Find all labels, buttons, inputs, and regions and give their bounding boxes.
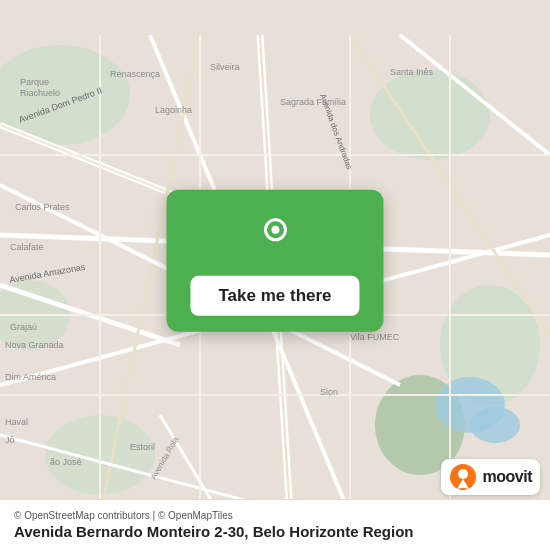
location-label: Avenida Bernardo Monteiro 2-30, Belo Hor… — [14, 523, 536, 540]
svg-text:Dim América: Dim América — [5, 372, 56, 382]
svg-text:Carlos Prates: Carlos Prates — [15, 202, 70, 212]
svg-text:Estoril: Estoril — [130, 442, 155, 452]
svg-text:Lagoinha: Lagoinha — [155, 105, 192, 115]
moovit-text: moovit — [483, 468, 532, 486]
svg-text:Calafate: Calafate — [10, 242, 44, 252]
svg-text:Santa Inês: Santa Inês — [390, 67, 434, 77]
take-me-there-button[interactable]: Take me there — [190, 276, 359, 316]
svg-text:Sagrada Família: Sagrada Família — [280, 97, 346, 107]
map-attribution: © OpenStreetMap contributors | © OpenMap… — [14, 510, 536, 521]
map-container: Avenida Dom Pedro II Avenida Amazonas Av… — [0, 0, 550, 550]
svg-text:Vila FUMEC: Vila FUMEC — [350, 332, 400, 342]
svg-point-8 — [470, 407, 520, 443]
bottom-bar: © OpenStreetMap contributors | © OpenMap… — [0, 499, 550, 550]
svg-text:Nova Granada: Nova Granada — [5, 340, 64, 350]
svg-text:Silveira: Silveira — [210, 62, 240, 72]
svg-text:Renascença: Renascença — [110, 69, 160, 79]
svg-marker-55 — [265, 246, 285, 264]
svg-point-2 — [370, 70, 490, 160]
svg-text:Riachuelo: Riachuelo — [20, 88, 60, 98]
svg-text:Grajaú: Grajaú — [10, 322, 37, 332]
moovit-logo: moovit — [441, 459, 540, 495]
svg-text:Parque: Parque — [20, 77, 49, 87]
take-me-there-container: Take me there — [166, 190, 383, 332]
svg-point-54 — [271, 226, 279, 234]
location-pin-icon — [251, 208, 299, 264]
green-card: Take me there — [166, 190, 383, 332]
svg-text:Haval: Haval — [5, 417, 28, 427]
svg-point-57 — [458, 469, 468, 479]
svg-text:Sion: Sion — [320, 387, 338, 397]
svg-text:ão José: ão José — [50, 457, 82, 467]
svg-text:Jô: Jô — [5, 435, 15, 445]
moovit-icon — [449, 463, 477, 491]
